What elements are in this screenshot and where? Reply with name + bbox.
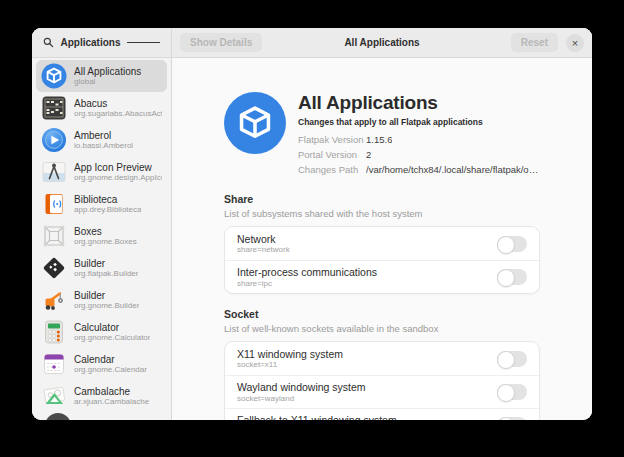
app-name: Abacus: [74, 98, 162, 110]
app-name: Cambalache: [74, 386, 149, 398]
sidebar-item-builder-flatpak[interactable]: Builder org.flatpak.Builder: [36, 252, 167, 284]
app-icon-preview-icon: [41, 159, 67, 185]
boxes-icon: [41, 223, 67, 249]
app-id: app.drey.Biblioteca: [74, 205, 141, 214]
detail-changes-path: Changes Path /var/home/tchx84/.local/sha…: [298, 165, 540, 175]
app-name: All Applications: [74, 66, 141, 78]
calendar-icon: [41, 351, 67, 377]
sidebar-item-all-applications[interactable]: All Applications global: [36, 60, 167, 92]
next-app-icon-partial: [45, 413, 71, 420]
section-description: List of well-known sockets available in …: [224, 323, 540, 334]
permissions-scroll-area[interactable]: All Applications Changes that apply to a…: [172, 58, 592, 420]
app-name: Calendar: [74, 354, 147, 366]
toggle-switch[interactable]: [497, 351, 527, 367]
main-headerbar: Show Details All Applications Reset ×: [172, 28, 592, 58]
sidebar-item-app-icon-preview[interactable]: App Icon Preview org.gnome.design.AppIco…: [36, 156, 167, 188]
reset-button[interactable]: Reset: [511, 33, 558, 52]
sidebar-item-builder-gnome[interactable]: Builder org.gnome.Builder: [36, 284, 167, 316]
builder-gnome-icon: [41, 287, 67, 313]
show-details-button[interactable]: Show Details: [180, 33, 262, 52]
app-id: ar.xjuan.Cambalache: [74, 397, 149, 406]
close-icon[interactable]: ×: [566, 34, 584, 52]
detail-flatpak-version: Flatpak Version 1.15.6: [298, 135, 540, 145]
app-name: Amberol: [74, 130, 133, 142]
amberol-icon: [41, 127, 67, 153]
sidebar-headerbar: Applications: [32, 28, 171, 58]
sidebar-item-calendar[interactable]: Calendar org.gnome.Calendar: [36, 348, 167, 380]
summary-details: Flatpak Version 1.15.6 Portal Version 2 …: [298, 135, 540, 175]
toggle-switch[interactable]: [497, 269, 527, 285]
section-socket: Socket List of well-known sockets availa…: [224, 308, 540, 420]
main-pane: Show Details All Applications Reset × Al…: [172, 28, 592, 420]
permission-row-wayland: Wayland windowing system socket=wayland: [225, 375, 539, 408]
permission-row-network: Network share=network: [225, 227, 539, 260]
app-id: org.gnome.Calendar: [74, 365, 147, 374]
section-share: Share List of subsystems shared with the…: [224, 193, 540, 294]
section-description: List of subsystems shared with the host …: [224, 208, 540, 219]
app-id: org.flatpak.Builder: [74, 269, 138, 278]
sidebar: Applications All Applications global Aba…: [32, 28, 172, 420]
all-applications-icon: [41, 63, 67, 89]
app-name: Boxes: [74, 226, 137, 238]
application-list[interactable]: All Applications global Abacus org.sugar…: [32, 58, 171, 420]
app-id: org.gnome.Builder: [74, 301, 139, 310]
permission-row-fallback-x11: Fallback to X11 windowing system socket=…: [225, 408, 539, 420]
app-name: Biblioteca: [74, 194, 141, 206]
all-applications-icon: [224, 92, 286, 154]
app-id: org.gnome.design.AppIco…: [74, 173, 162, 182]
search-icon[interactable]: [43, 37, 54, 48]
section-heading: Share: [224, 193, 540, 205]
flatseal-window: Applications All Applications global Aba…: [32, 28, 592, 420]
builder-flatpak-icon: [41, 255, 67, 281]
cambalache-icon: [41, 383, 67, 409]
sidebar-item-boxes[interactable]: Boxes org.gnome.Boxes: [36, 220, 167, 252]
hamburger-menu-icon[interactable]: [127, 40, 160, 44]
section-heading: Socket: [224, 308, 540, 320]
permission-row-x11: X11 windowing system socket=x11: [225, 342, 539, 375]
biblioteca-icon: [41, 191, 67, 217]
app-id: org.gnome.Calculator: [74, 333, 150, 342]
abacus-icon: [41, 95, 67, 121]
sidebar-title: Applications: [60, 37, 120, 48]
sidebar-item-amberol[interactable]: Amberol io.bassi.Amberol: [36, 124, 167, 156]
toggle-switch[interactable]: [497, 236, 527, 252]
app-id: org.sugarlabs.AbacusActi…: [74, 109, 162, 118]
detail-portal-version: Portal Version 2: [298, 150, 540, 160]
summary-subtitle: Changes that apply to all Flatpak applic…: [298, 117, 540, 127]
share-card: Network share=network Inter-process comm…: [224, 226, 540, 294]
toggle-switch[interactable]: [497, 417, 527, 420]
sidebar-item-biblioteca[interactable]: Biblioteca app.drey.Biblioteca: [36, 188, 167, 220]
sidebar-item-abacus[interactable]: Abacus org.sugarlabs.AbacusActi…: [36, 92, 167, 124]
toggle-switch[interactable]: [497, 384, 527, 400]
app-id: global: [74, 77, 141, 86]
app-summary: All Applications Changes that apply to a…: [224, 92, 540, 175]
sidebar-item-calculator[interactable]: Calculator org.gnome.Calculator: [36, 316, 167, 348]
summary-title: All Applications: [298, 92, 540, 114]
app-name: Builder: [74, 258, 138, 270]
permission-row-ipc: Inter-process communications share=ipc: [225, 260, 539, 293]
sidebar-item-cambalache[interactable]: Cambalache ar.xjuan.Cambalache: [36, 380, 167, 412]
socket-card: X11 windowing system socket=x11 Wayland …: [224, 341, 540, 420]
app-id: io.bassi.Amberol: [74, 141, 133, 150]
app-name: Calculator: [74, 322, 150, 334]
app-name: App Icon Preview: [74, 162, 162, 174]
app-id: org.gnome.Boxes: [74, 237, 137, 246]
app-name: Builder: [74, 290, 139, 302]
calculator-icon: [41, 319, 67, 345]
